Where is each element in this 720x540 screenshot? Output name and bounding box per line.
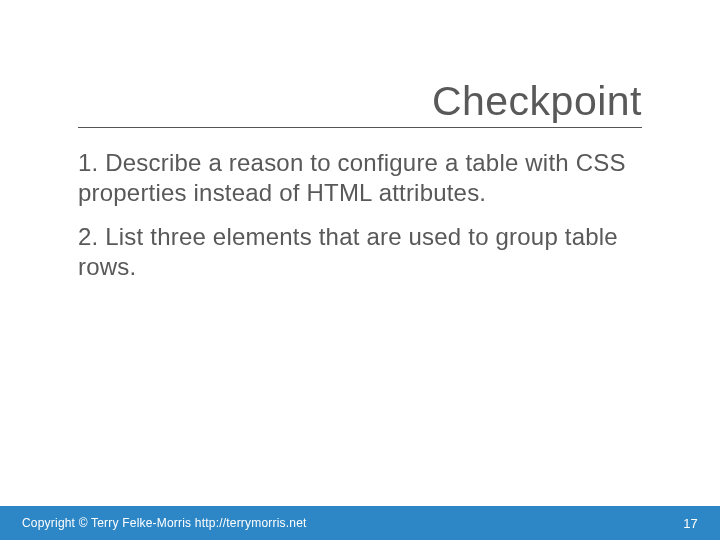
copyright-text: Copyright © Terry Felke-Morris http://te… xyxy=(22,516,307,530)
list-item: 2. List three elements that are used to … xyxy=(78,222,642,282)
list-item: 1. Describe a reason to configure a tabl… xyxy=(78,148,642,208)
page-number: 17 xyxy=(683,516,698,531)
slide-body: 1. Describe a reason to configure a tabl… xyxy=(78,148,642,296)
slide: Checkpoint 1. Describe a reason to confi… xyxy=(0,0,720,540)
title-rule: Checkpoint xyxy=(78,78,642,128)
slide-title: Checkpoint xyxy=(78,78,642,125)
footer-bar: Copyright © Terry Felke-Morris http://te… xyxy=(0,506,720,540)
